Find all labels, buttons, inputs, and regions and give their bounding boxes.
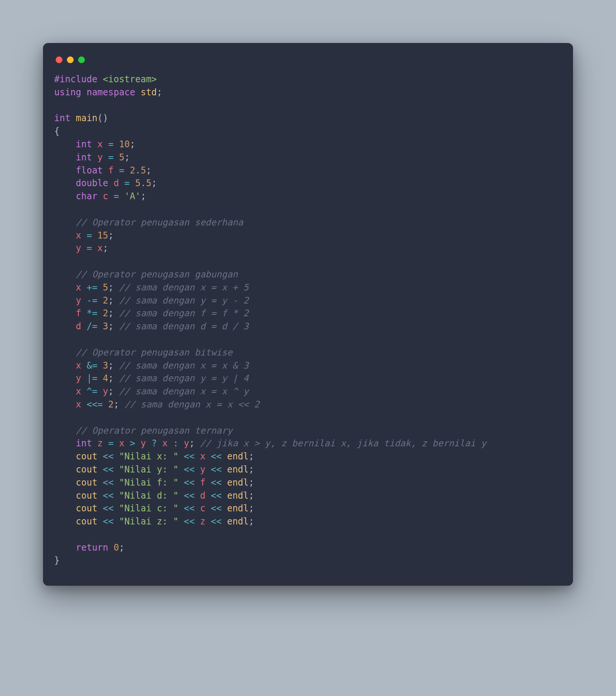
code-token: [54, 451, 76, 462]
code-token: [54, 152, 76, 163]
code-token: =: [114, 191, 119, 201]
code-token: // sama dengan y = y - 2: [119, 295, 249, 306]
code-token: cout: [76, 477, 98, 488]
code-token: ;: [108, 386, 119, 397]
code-token: [178, 451, 184, 462]
code-token: [81, 321, 86, 332]
code-token: [114, 152, 119, 163]
code-token: <iostream>: [103, 74, 157, 84]
code-token: ;: [108, 373, 119, 384]
minimize-icon[interactable]: [67, 56, 74, 63]
close-icon[interactable]: [56, 56, 62, 63]
code-token: endl: [227, 490, 249, 501]
code-token: <<: [103, 503, 114, 514]
code-token: double: [76, 178, 108, 188]
code-token: endl: [227, 464, 249, 475]
code-token: <<: [103, 464, 114, 475]
code-token: [54, 217, 76, 228]
code-token: [206, 464, 211, 475]
code-token: 'A': [124, 191, 141, 201]
code-token: [54, 425, 76, 436]
code-token: ;: [108, 230, 114, 241]
code-token: [206, 477, 211, 488]
code-token: endl: [227, 477, 249, 488]
code-token: // Operator penugasan gabungan: [76, 269, 238, 280]
code-token: [54, 308, 76, 318]
code-token: ;: [249, 490, 254, 501]
code-token: [54, 243, 76, 253]
code-token: [114, 490, 119, 501]
code-token: ;: [130, 139, 135, 150]
code-token: [103, 438, 108, 449]
code-token: [124, 165, 130, 176]
code-token: [108, 178, 114, 188]
code-token: /=: [87, 321, 98, 332]
code-token: <<: [184, 516, 195, 527]
code-token: ;: [119, 542, 124, 553]
code-token: <<: [103, 451, 114, 462]
code-token: [54, 139, 76, 150]
code-token: ;: [249, 477, 254, 488]
code-token: y: [76, 373, 81, 384]
code-token: x: [200, 451, 205, 462]
code-token: [98, 464, 103, 475]
code-token: [178, 516, 184, 527]
code-token: [195, 477, 200, 488]
code-token: int: [76, 139, 92, 150]
code-token: [98, 451, 103, 462]
code-token: [54, 464, 76, 475]
code-token: 5: [103, 282, 108, 293]
code-token: [70, 113, 76, 123]
code-token: [119, 191, 124, 201]
code-token: "Nilai c: ": [119, 503, 178, 514]
code-token: [98, 295, 103, 306]
code-token: [119, 178, 124, 188]
code-token: y: [98, 152, 103, 163]
code-token: <<: [184, 490, 195, 501]
code-token: cout: [76, 503, 98, 514]
code-token: ;: [108, 321, 119, 332]
code-token: x: [76, 230, 81, 241]
code-token: c: [103, 191, 108, 201]
code-token: int: [76, 152, 92, 163]
code-token: endl: [227, 451, 249, 462]
code-token: [108, 542, 114, 553]
code-token: x: [98, 139, 103, 150]
code-token: [54, 399, 76, 410]
code-token: [195, 490, 200, 501]
code-token: <<: [211, 477, 222, 488]
code-token: ;: [249, 503, 254, 514]
code-token: [195, 451, 200, 462]
code-token: [81, 386, 86, 397]
code-token: endl: [227, 503, 249, 514]
code-token: [114, 503, 119, 514]
code-token: 4: [103, 373, 108, 384]
code-token: <<: [184, 451, 195, 462]
code-token: [98, 360, 103, 371]
code-token: [108, 191, 114, 201]
window-titlebar: [54, 54, 562, 73]
code-token: [98, 386, 103, 397]
code-token: [206, 516, 211, 527]
code-token: [81, 282, 86, 293]
code-token: [168, 438, 173, 449]
code-window: #include <iostream> using namespace std;…: [43, 43, 573, 586]
code-token: [195, 464, 200, 475]
code-token: [114, 464, 119, 475]
code-token: f: [108, 165, 114, 176]
code-token: float: [76, 165, 103, 176]
code-token: [81, 373, 86, 384]
code-token: cout: [76, 516, 98, 527]
zoom-icon[interactable]: [78, 56, 85, 63]
code-token: return: [76, 542, 108, 553]
code-token: [92, 243, 97, 253]
code-token: int: [54, 113, 70, 123]
code-token: [222, 490, 227, 501]
code-token: =: [108, 152, 114, 163]
code-token: 2: [108, 399, 114, 410]
code-token: "Nilai d: ": [119, 490, 178, 501]
code-token: [54, 347, 76, 358]
code-token: main: [76, 113, 98, 123]
code-token: [178, 477, 184, 488]
code-token: [98, 282, 103, 293]
